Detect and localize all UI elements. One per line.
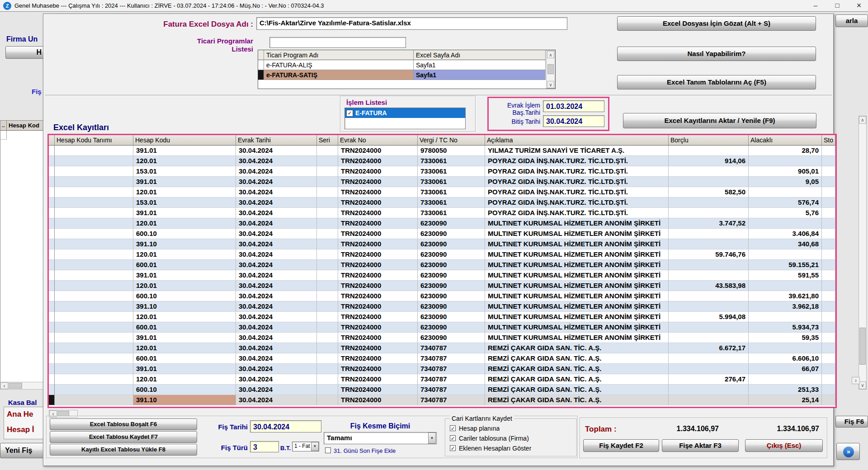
cell[interactable] [55,281,133,291]
cell[interactable]: TRN2024000 [338,187,418,197]
cell[interactable]: 582,50 [669,187,749,197]
cell[interactable]: 30.04.2024 [236,166,317,177]
table-row[interactable]: 391.0130.04.2024TRN20240007330061POYRAZ … [49,177,835,187]
cell[interactable] [55,364,133,374]
cell[interactable]: 6230090 [418,333,485,343]
cell[interactable] [317,208,338,218]
cell[interactable] [669,260,749,270]
cell[interactable]: MULTINET KURUMSAL HİZMETLER ANONİM ŞİRKE… [485,333,669,343]
column-header[interactable]: Seri [317,135,338,146]
column-header-program[interactable]: Ticari Program Adı [264,50,414,60]
cell[interactable]: 391.01 [133,177,236,187]
cell[interactable] [55,260,133,270]
cell[interactable]: 7330061 [418,187,485,197]
cell[interactable]: 591,55 [749,270,822,281]
cell[interactable]: REMZİ ÇAKAR GIDA SAN. TİC. A.Ş. [485,364,669,374]
ticari-row-program-selected[interactable]: e-FATURA-SATIŞ [264,70,414,80]
cell[interactable]: 251,33 [749,385,822,395]
cell[interactable]: 9780050 [418,146,485,156]
background-button-arla[interactable]: arla [835,14,868,27]
cell[interactable]: 6.606,10 [749,353,822,364]
cell[interactable]: 30.04.2024 [236,374,317,385]
cell[interactable]: 120.01 [133,249,236,260]
ticari-row-sayfa-selected[interactable]: Sayfa1 [414,70,546,80]
cell[interactable] [749,187,822,197]
cell[interactable]: POYRAZ GIDA İNŞ.NAK.TURZ. TİC.LTD.ŞTİ. [485,166,669,177]
cell[interactable] [317,187,338,197]
cell[interactable] [669,177,749,187]
cell[interactable]: 6230090 [418,270,485,281]
cell[interactable] [317,291,338,301]
cell[interactable]: 30.04.2024 [236,322,317,333]
start-date-input[interactable]: 01.03.2024 [543,100,604,112]
scrollbar-thumb[interactable] [9,383,22,389]
cell[interactable] [669,229,749,239]
cell[interactable] [317,364,338,374]
cell[interactable] [669,166,749,177]
cell[interactable]: 6230090 [418,301,485,312]
table-row[interactable]: 391.0130.04.2024TRN20240007330061POYRAZ … [49,208,835,218]
cell[interactable] [317,322,338,333]
cell[interactable] [317,281,338,291]
row-selector[interactable] [49,239,55,249]
cell[interactable]: MULTINET KURUMSAL HİZMETLER ANONİM ŞİRKE… [485,218,669,229]
cell[interactable]: TRN2024000 [338,385,418,395]
cell[interactable] [55,333,133,343]
cell[interactable] [317,333,338,343]
table-row[interactable]: 600.0130.04.2024TRN20240007340787REMZİ Ç… [49,353,835,364]
cell[interactable] [55,177,133,187]
cell[interactable] [55,353,133,364]
cell[interactable]: 30.04.2024 [236,301,317,312]
cell[interactable]: 153.01 [133,166,236,177]
row-selector[interactable] [49,333,55,343]
cell[interactable]: 7340787 [418,353,485,364]
save-excel-table-button[interactable]: Excel Tablosu Kaydet F7 [50,431,197,443]
cell[interactable] [822,385,835,395]
column-header[interactable]: Hesap Kodu Tanımı [55,135,133,146]
row-selector[interactable] [49,270,55,281]
column-header[interactable]: Vergi / TC No [418,135,485,146]
cell[interactable] [55,312,133,322]
table-row[interactable]: 391.0130.04.2024TRN20240009780050YILMAZ … [49,146,835,156]
cell[interactable]: 153.01 [133,197,236,208]
cell[interactable] [822,156,835,166]
cell[interactable]: 25,14 [749,395,822,405]
ticari-table-vscrollbar[interactable]: ∧ ∨ [546,50,555,89]
scroll-up-icon[interactable]: ∧ [547,51,554,58]
dropdown-arrow-icon[interactable]: ▼ [428,432,436,444]
cell[interactable] [317,239,338,249]
cell[interactable] [749,281,822,291]
cell[interactable]: 30.04.2024 [236,260,317,270]
cell[interactable] [822,312,835,322]
cell[interactable] [822,322,835,333]
cell[interactable]: 600.01 [133,353,236,364]
row-selector[interactable] [49,208,55,218]
file-path-input[interactable]: C:\Fis-Aktar\Zirve Yazılım\e-Fatura-Sati… [256,17,567,30]
cell[interactable]: 120.01 [133,156,236,166]
cell[interactable] [669,291,749,301]
cell[interactable]: TRN2024000 [338,156,418,166]
cell[interactable] [822,239,835,249]
cell[interactable] [55,229,133,239]
cell[interactable]: 3.747,52 [669,218,749,229]
cell[interactable] [669,385,749,395]
cell[interactable]: 600.01 [133,260,236,270]
cell[interactable]: 6230090 [418,249,485,260]
cell[interactable] [55,156,133,166]
cell[interactable] [55,385,133,395]
table-row[interactable]: 120.0130.04.2024TRN20240006230090MULTINE… [49,249,835,260]
cell[interactable] [55,270,133,281]
islem-listbox[interactable]: ✓ E-FATURA [344,108,466,129]
row-selector[interactable] [49,353,55,364]
cell[interactable]: MULTINET KURUMSAL HİZMETLER ANONİM ŞİRKE… [485,312,669,322]
cell[interactable]: 6.672,17 [669,343,749,353]
table-row[interactable]: 391.1030.04.2024TRN20240007340787REMZİ Ç… [49,395,835,405]
cell[interactable] [669,322,749,333]
cell[interactable]: 30.04.2024 [236,281,317,291]
table-row[interactable]: 391.1030.04.2024TRN20240006230090MULTINE… [49,239,835,249]
row-selector[interactable] [49,385,55,395]
eklenen-hesaplari-checkbox[interactable]: ✓ [450,445,456,451]
cell[interactable]: 9,05 [749,177,822,187]
cell[interactable]: 905,01 [749,166,822,177]
cell[interactable] [822,291,835,301]
